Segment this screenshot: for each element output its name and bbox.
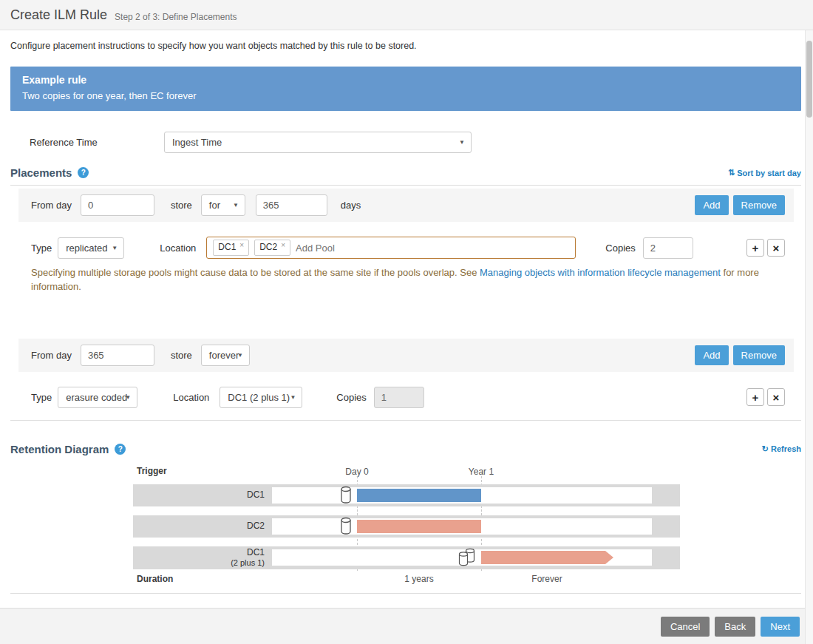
retention-section-title: Retention Diagram <box>10 443 109 455</box>
diagram-row-label: DC1 <box>133 484 266 506</box>
forever-arrow-icon <box>605 551 613 564</box>
remove-period-button[interactable]: Remove <box>733 195 785 215</box>
wizard-footer: Cancel Back Next <box>0 608 813 644</box>
retention-bar-dc1-ec <box>481 551 605 564</box>
axis-1years-label: 1 years <box>393 574 445 584</box>
from-day-input[interactable] <box>81 194 154 216</box>
copies-label: Copies <box>336 392 366 403</box>
type-select[interactable]: replicated ▼ <box>58 237 124 259</box>
add-period-button[interactable]: Add <box>695 345 728 365</box>
ilm-docs-link[interactable]: Managing objects with information lifecy… <box>480 267 721 278</box>
pool-tag-label: DC1 <box>218 242 236 254</box>
banner-subtitle: Two copies for one year, then EC forever <box>22 90 789 101</box>
location-value: DC1 (2 plus 1) <box>228 392 290 403</box>
axis-year1-label: Year 1 <box>455 467 507 477</box>
store-mode-select[interactable]: forever ▼ <box>201 345 250 366</box>
page-header: Create ILM Rule Step 2 of 3: Define Plac… <box>0 0 813 30</box>
storage-pool-icon <box>340 486 352 507</box>
help-icon[interactable]: ? <box>78 167 89 178</box>
sort-arrows-icon: ⇅ <box>728 168 735 177</box>
vertical-scrollbar[interactable] <box>805 30 813 644</box>
example-rule-banner: Example rule Two copies for one year, th… <box>10 67 801 111</box>
intro-text: Configure placement instructions to spec… <box>10 41 801 51</box>
pool-tag-label: DC2 <box>259 242 277 254</box>
reference-time-select[interactable]: Ingest Time ▼ <box>164 132 472 153</box>
diagram-row-dc2: DC2 <box>133 515 680 538</box>
axis-day0-label: Day 0 <box>331 467 383 477</box>
chevron-down-icon: ▼ <box>459 139 465 146</box>
placements-section-header: Placements ? ⇅ Sort by start day <box>10 166 801 179</box>
trigger-label: Trigger <box>137 466 167 476</box>
erasure-coded-pool-icon <box>458 548 476 570</box>
refresh-link-label: Refresh <box>771 444 801 453</box>
placement-period-row-2: From day store forever ▼ Add Remove <box>18 339 794 372</box>
store-label: store <box>171 350 192 361</box>
chevron-down-icon: ▼ <box>237 352 243 359</box>
add-period-button[interactable]: Add <box>695 195 728 215</box>
placement-type-row-2: Type erasure coded ▼ Location DC1 (2 plu… <box>18 387 794 408</box>
remove-pool-icon[interactable]: × <box>281 240 285 250</box>
help-icon[interactable]: ? <box>115 444 126 455</box>
retention-diagram: Trigger Day 0 Year 1 DC1 DC2 <box>10 464 801 589</box>
reference-time-row: Reference Time Ingest Time ▼ <box>10 132 801 153</box>
type-value: erasure coded <box>66 392 127 403</box>
reference-time-label: Reference Time <box>30 137 164 148</box>
type-value: replicated <box>66 243 107 254</box>
from-day-input[interactable] <box>81 345 154 366</box>
add-placement-button[interactable]: + <box>746 239 764 257</box>
page-step-subtitle: Step 2 of 3: Define Placements <box>115 8 237 22</box>
store-label: store <box>171 200 192 211</box>
chevron-down-icon: ▼ <box>112 245 118 251</box>
pool-overlap-warning: Specifying multiple storage pools might … <box>31 266 792 294</box>
banner-title: Example rule <box>22 74 789 86</box>
add-placement-button[interactable]: + <box>746 388 764 406</box>
scrollbar-thumb[interactable] <box>806 41 812 118</box>
days-label: days <box>341 200 361 211</box>
sort-by-start-day-link[interactable]: ⇅ Sort by start day <box>728 168 801 177</box>
location-label: Location <box>173 392 209 403</box>
divider <box>10 185 801 186</box>
next-button[interactable]: Next <box>761 617 800 637</box>
cancel-button[interactable]: Cancel <box>661 617 710 637</box>
store-mode-select[interactable]: for ▼ <box>201 194 245 216</box>
chevron-down-icon: ▼ <box>125 394 131 401</box>
refresh-link[interactable]: ↻ Refresh <box>762 444 801 454</box>
store-mode-value: for <box>209 200 220 211</box>
location-label: Location <box>160 243 196 254</box>
location-select[interactable]: DC1 (2 plus 1) ▼ <box>220 387 302 408</box>
location-pool-tokenfield[interactable]: DC1 × DC2 × <box>206 237 576 259</box>
main-content: Configure placement instructions to spec… <box>0 41 813 594</box>
diagram-row-label: DC1 (2 plus 1) <box>133 546 266 569</box>
diagram-row-dc1-ec: DC1 (2 plus 1) <box>133 546 680 569</box>
refresh-icon: ↻ <box>762 444 769 454</box>
diagram-row-dc1: DC1 <box>133 484 680 506</box>
type-label: Type <box>31 243 52 254</box>
placement-type-row-1: Type replicated ▼ Location DC1 × DC2 × C… <box>18 237 794 259</box>
divider <box>10 593 801 594</box>
back-button[interactable]: Back <box>715 617 755 637</box>
duration-label: Duration <box>137 574 173 584</box>
placements-section-title: Placements <box>10 166 72 179</box>
reference-time-value: Ingest Time <box>172 137 222 148</box>
retention-bar-dc1 <box>357 489 481 502</box>
chevron-down-icon: ▼ <box>233 202 239 209</box>
from-day-label: From day <box>31 350 72 361</box>
delete-placement-button[interactable]: × <box>767 388 785 406</box>
warning-text-pre: Specifying multiple storage pools might … <box>31 267 480 278</box>
sort-link-label: Sort by start day <box>737 169 801 177</box>
add-pool-input[interactable] <box>296 243 569 254</box>
placement-period-row-1: From day store for ▼ days Add Remove <box>18 189 794 222</box>
store-mode-value: forever <box>209 350 239 361</box>
pool-tag[interactable]: DC2 × <box>254 240 290 256</box>
delete-placement-button[interactable]: × <box>767 239 785 257</box>
copies-input[interactable] <box>643 237 693 259</box>
diagram-row-label: DC2 <box>133 515 266 538</box>
chevron-down-icon: ▼ <box>290 394 296 401</box>
remove-pool-icon[interactable]: × <box>239 240 244 250</box>
pool-tag[interactable]: DC1 × <box>213 240 249 256</box>
remove-period-button[interactable]: Remove <box>733 345 785 365</box>
type-select[interactable]: erasure coded ▼ <box>58 387 137 408</box>
duration-days-input[interactable] <box>256 194 327 216</box>
storage-pool-icon <box>340 517 352 538</box>
from-day-label: From day <box>31 200 72 211</box>
